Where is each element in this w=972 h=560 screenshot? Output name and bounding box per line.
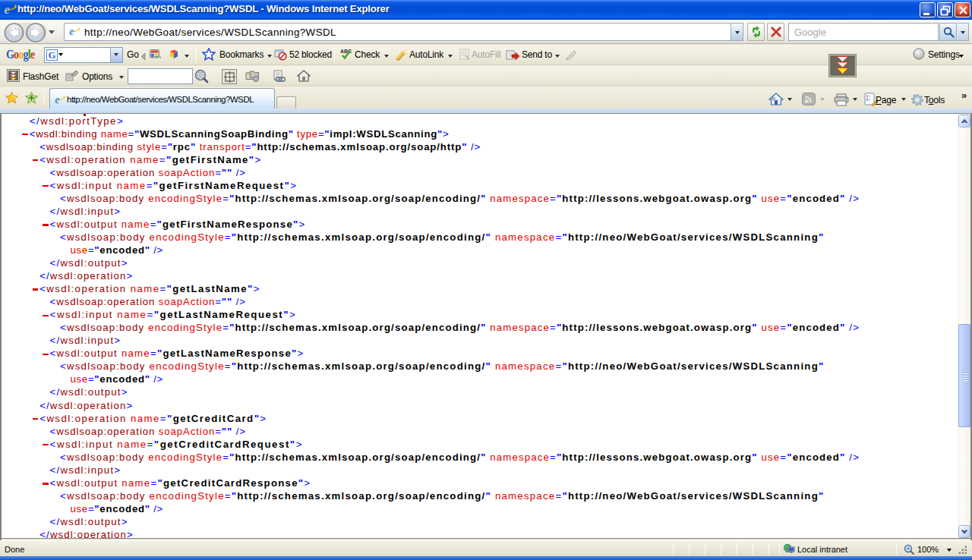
svg-text:G: G <box>49 49 56 61</box>
svg-text:e: e <box>55 94 59 105</box>
svg-text:e: e <box>5 3 11 16</box>
svg-text:e: e <box>69 26 74 37</box>
